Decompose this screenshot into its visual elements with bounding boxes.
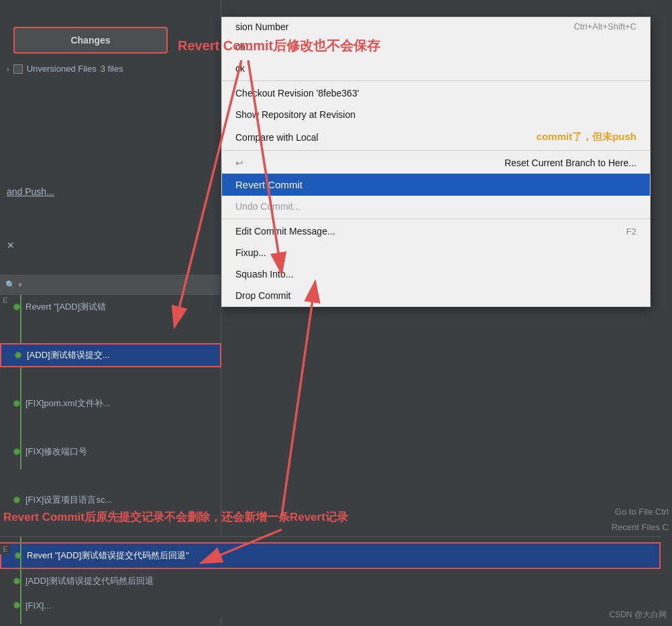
commit-item-4[interactable]: [FIX]设置项目语言sc... (0, 488, 221, 512)
bottom-commit-dot-3 (13, 602, 20, 609)
menu-item-drop-commit[interactable]: Drop Commit (222, 285, 650, 306)
bottom-section: E Revert "[ADD]测试错误提交代码然后回退" [ADD]测试错误提交… (0, 536, 661, 617)
watermark: CSDN @大白网 (609, 609, 667, 621)
separator-3 (222, 218, 650, 219)
annotation-bottom-red-text: Revert Commit后原先提交记录不会删除，还会新增一条Revert记录 (3, 511, 348, 523)
context-menu: sion Number Ctrl+Alt+Shift+C ch... ck Ch… (221, 17, 651, 307)
commit-dot-3 (13, 448, 20, 455)
menu-item-show-repo[interactable]: Show Repository at Revision (222, 104, 650, 125)
unversioned-checkbox[interactable] (13, 64, 23, 74)
menu-item-ck-label: ck (235, 63, 245, 74)
menu-item-squash[interactable]: Squash Into... (222, 263, 650, 285)
commit-item-0[interactable]: Revert "[ADD]测试错 (0, 295, 221, 319)
commit-dot-1 (15, 352, 21, 359)
menu-item-undo-commit-label: Undo Commit... (235, 201, 300, 212)
commit-dot-2 (13, 400, 20, 407)
commit-dot-0 (13, 304, 20, 310)
bottom-commit-active[interactable]: Revert "[ADD]测试错误提交代码然后回退" (0, 542, 661, 569)
menu-item-compare-local[interactable]: Compare with Local commit了，但未push (222, 125, 650, 149)
menu-item-revert-commit[interactable]: Revert Commit (222, 174, 650, 196)
annotation-bottom-red: Revert Commit后原先提交记录不会删除，还会新增一条Revert记录 (3, 509, 348, 525)
menu-item-compare-local-label: Compare with Local (235, 132, 319, 143)
undo-icon: ↩ (235, 158, 243, 168)
file-count: 3 files (101, 64, 123, 74)
push-button[interactable]: and Push... (7, 186, 54, 197)
commit-list: E Revert "[ADD]测试错 [ADD]测试错误提交... [FIX]p… (0, 295, 221, 416)
menu-item-edit-commit[interactable]: Edit Commit Message... F2 (222, 221, 650, 242)
menu-item-revert-commit-label: Revert Commit (235, 179, 302, 190)
separator-1 (222, 80, 650, 81)
bottom-commit-text-2: [ADD]测试错误提交代码然后回退 (25, 575, 154, 587)
menu-shortcut-f2: F2 (626, 227, 636, 237)
menu-item-checkout-label: Checkout Revision '8febe363' (235, 88, 359, 99)
menu-item-edit-commit-label: Edit Commit Message... (235, 226, 335, 237)
right-hints: Go to File Ctrl Recent Files C (612, 507, 669, 532)
menu-item-reset-label: Reset Current Branch to Here... (504, 158, 636, 168)
changes-header[interactable]: Changes (13, 27, 168, 54)
menu-item-show-repo-label: Show Repository at Revision (235, 109, 355, 120)
commit-item-2[interactable]: [FIX]pom.xml文件补... (0, 391, 221, 416)
bottom-commit-2[interactable]: [ADD]测试错误提交代码然后回退 (0, 569, 661, 593)
menu-shortcut-version: Ctrl+Alt+Shift+C (573, 21, 636, 32)
bottom-timeline-line (20, 537, 21, 624)
menu-top-section: sion Number Ctrl+Alt+Shift+C (222, 17, 650, 36)
search-dropdown-icon: ▾ (18, 280, 22, 290)
menu-item-ck[interactable]: ck (222, 58, 650, 79)
menu-item-reset[interactable]: ↩ Reset Current Branch to Here... (222, 152, 650, 174)
menu-item-fixup-label: Fixup... (235, 247, 266, 258)
menu-item-squash-label: Squash Into... (235, 269, 293, 279)
annotation-top-red: Revert Commit后修改也不会保存 (178, 37, 380, 55)
bottom-commit-text-3: [FIX]... (25, 601, 51, 611)
search-bar[interactable]: 🔍 ▾ (0, 275, 221, 295)
push-label: and Push... (7, 186, 54, 197)
commit-not-pushed-annotation: commit了，但未push (537, 131, 636, 143)
menu-item-fixup[interactable]: Fixup... (222, 242, 650, 263)
menu-item-checkout[interactable]: Checkout Revision '8febe363' (222, 82, 650, 104)
commit-text-4: [FIX]设置项目语言sc... (25, 494, 112, 506)
recent-files-hint: Recent Files C (612, 522, 669, 532)
annotation-top-red-text: Revert Commit后修改也不会保存 (178, 38, 380, 53)
menu-item-drop-commit-label: Drop Commit (235, 290, 290, 301)
chevron-right-icon: › (7, 65, 9, 73)
bottom-side-letter-e: E (0, 544, 11, 554)
menu-item-undo-commit[interactable]: Undo Commit... (222, 196, 650, 217)
go-to-file-hint: Go to File Ctrl (615, 507, 669, 517)
commit-text-0: Revert "[ADD]测试错 (25, 301, 106, 313)
bottom-commit-dot-2 (13, 578, 20, 584)
separator-2 (222, 150, 650, 151)
commit-text-1: [ADD]测试错误提交... (27, 349, 110, 361)
menu-item-version-number: sion Number (235, 21, 288, 32)
commit-dot-4 (13, 497, 20, 503)
bottom-commit-3[interactable]: [FIX]... (0, 593, 661, 617)
search-icon: 🔍 (5, 280, 15, 290)
bottom-commit-text-active: Revert "[ADD]测试错误提交代码然后回退" (27, 550, 189, 562)
commit-text-3: [FIX]修改端口号 (25, 446, 87, 458)
unversioned-files-row[interactable]: › Unversioned Files 3 files (7, 64, 123, 74)
changes-label: Changes (70, 35, 110, 46)
commit-item-3[interactable]: [FIX]修改端口号 (0, 440, 221, 464)
commit-text-2: [FIX]pom.xml文件补... (25, 397, 110, 410)
close-button[interactable]: ✕ (7, 240, 15, 251)
unversioned-label: Unversioned Files (27, 64, 97, 74)
left-panel: Changes › Unversioned Files 3 files and … (0, 0, 221, 626)
commit-item-1[interactable]: [ADD]测试错误提交... (0, 343, 221, 367)
